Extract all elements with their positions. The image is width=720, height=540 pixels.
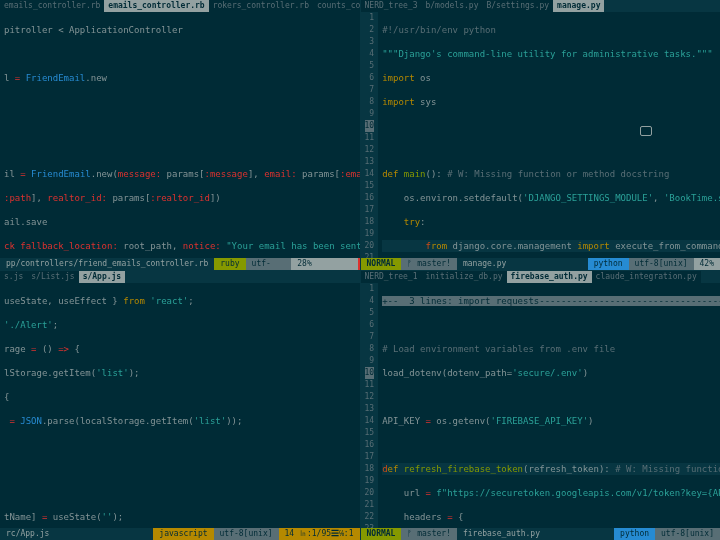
code-area[interactable]: useState, useEffect } from 'react'; './A… — [0, 283, 360, 529]
line-numbers: 14567891011121314151617181920212223 — [361, 283, 379, 529]
tab[interactable]: B/settings.py — [482, 0, 553, 12]
pane-top-right[interactable]: NERD_tree_3 b/models.py B/settings.py ma… — [361, 0, 721, 270]
tabline-tr[interactable]: NERD_tree_3 b/models.py B/settings.py ma… — [361, 0, 721, 12]
source[interactable]: useState, useEffect } from 'react'; './A… — [0, 283, 360, 529]
statusline-bl: rc/App.js javascript utf-8[unix] 14 ㏑:1/… — [0, 528, 360, 540]
tab[interactable]: emails_controller.rb — [0, 0, 104, 12]
tab-active[interactable]: firebase_auth.py — [507, 271, 592, 283]
cursor-indicator — [640, 126, 652, 136]
status-branch: ᚠ master! — [401, 258, 457, 270]
nerdtree-tab[interactable]: NERD_tree_1 — [361, 271, 422, 283]
pane-top-left[interactable]: emails_controller.rb emails_controller.r… — [0, 0, 360, 270]
tabline-br[interactable]: NERD_tree_1 initialize_db.py firebase_au… — [361, 271, 721, 283]
status-branch: ᚠ master! — [401, 528, 457, 540]
statusline-br: NORMAL ᚠ master! firebase_auth.py python… — [361, 528, 721, 540]
pane-bottom-right[interactable]: NERD_tree_1 initialize_db.py firebase_au… — [361, 271, 721, 541]
status-filetype: python — [614, 528, 655, 540]
code-area[interactable]: 14567891011121314151617181920212223 +-- … — [361, 283, 721, 529]
status-file: firebase_auth.py — [457, 528, 614, 540]
tab[interactable]: claude_integration.py — [592, 271, 701, 283]
status-mode: NORMAL — [361, 258, 402, 270]
statusline-tl: pp/controllers/friend_emails_controller.… — [0, 258, 360, 270]
pane-bottom-left[interactable]: s.js s/List.js s/App.js useState, useEff… — [0, 271, 360, 541]
status-encoding: utf-8[unix] — [629, 258, 694, 270]
tabline-tl[interactable]: emails_controller.rb emails_controller.r… — [0, 0, 360, 12]
fold-marker[interactable]: +-- 3 lines: import requests------------… — [382, 296, 720, 306]
status-encoding: utf-8[unix] — [655, 528, 720, 540]
vim-split-grid: emails_controller.rb emails_controller.r… — [0, 0, 720, 540]
tab[interactable]: b/models.py — [421, 0, 482, 12]
status-trailing: ◊ [0]trai — [358, 258, 360, 270]
source[interactable]: pitroller < ApplicationController l = Fr… — [0, 12, 360, 258]
status-file: pp/controllers/friend_emails_controller.… — [0, 258, 214, 270]
code-area[interactable]: 123456789101112131415161718192021 #!/usr… — [361, 12, 721, 258]
tab[interactable]: rokers_controller.rb — [209, 0, 313, 12]
status-filetype: python — [588, 258, 629, 270]
status-position: 28% ㏑:4/20☰℅:1 — [291, 258, 358, 270]
tab[interactable]: initialize_db.py — [421, 271, 506, 283]
tab-active[interactable]: manage.py — [553, 0, 604, 12]
tab[interactable]: s/List.js — [27, 271, 78, 283]
status-encoding: utf-8[unix] — [246, 258, 292, 270]
tab-active[interactable]: s/App.js — [79, 271, 126, 283]
line-numbers: 123456789101112131415161718192021 — [361, 12, 379, 258]
status-filetype: javascript — [153, 528, 213, 540]
tab[interactable]: counts_controller.rb — [313, 0, 360, 12]
tab[interactable]: s.js — [0, 271, 27, 283]
tab-active[interactable]: emails_controller.rb — [104, 0, 208, 12]
source[interactable]: #!/usr/bin/env python """Django's comman… — [378, 12, 720, 258]
statusline-tr: NORMAL ᚠ master! manage.py python utf-8[… — [361, 258, 721, 270]
status-filetype: ruby — [214, 258, 245, 270]
nerdtree-tab[interactable]: NERD_tree_3 — [361, 0, 422, 12]
status-percent: 42% — [694, 258, 720, 270]
tabline-bl[interactable]: s.js s/List.js s/App.js — [0, 271, 360, 283]
source[interactable]: +-- 3 lines: import requests------------… — [378, 283, 720, 529]
code-area[interactable]: pitroller < ApplicationController l = Fr… — [0, 12, 360, 258]
status-position: 14 ㏑:1/95☰℅:1 — [279, 528, 360, 540]
status-file: rc/App.js — [0, 528, 153, 540]
status-mode: NORMAL — [361, 528, 402, 540]
status-file: manage.py — [457, 258, 588, 270]
status-encoding: utf-8[unix] — [214, 528, 279, 540]
